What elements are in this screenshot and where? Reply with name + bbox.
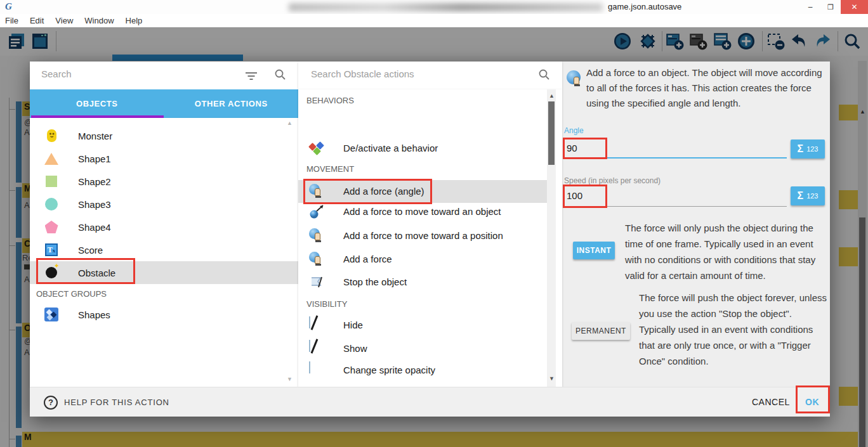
window-title: game.json.autosave — [608, 2, 681, 11]
action-search-input[interactable] — [310, 68, 522, 80]
action-scrollbar-thumb[interactable] — [548, 101, 555, 165]
scroll-down-icon[interactable]: ▼ — [549, 376, 555, 382]
angle-label: Angle — [564, 126, 584, 135]
blurred-title-path — [289, 3, 603, 11]
instant-description: The force will only push the object duri… — [625, 220, 827, 283]
sigma-icon: Σ — [798, 190, 804, 202]
title-bar: G game.json.autosave – ❐ ✕ — [0, 0, 868, 14]
object-row-shape2[interactable]: Shape2 — [30, 170, 298, 193]
section-movement: MOVEMENT — [306, 164, 354, 174]
help-link[interactable]: HELP FOR THIS ACTION — [64, 398, 169, 407]
restore-button[interactable]: ❐ — [821, 0, 840, 14]
scroll-up-icon[interactable]: ▲ — [549, 93, 555, 99]
action-row-add-force[interactable]: Add a force — [298, 248, 547, 271]
triangle-icon — [43, 150, 60, 167]
object-tabs: OBJECTS OTHER ACTIONS — [30, 89, 298, 118]
menu-view[interactable]: View — [55, 16, 73, 25]
numbers-icon: 123 — [806, 145, 818, 153]
object-group-icon — [43, 306, 60, 323]
group-row-shapes[interactable]: Shapes — [30, 303, 298, 326]
numbers-icon: 123 — [806, 192, 818, 200]
action-search-bar — [298, 62, 562, 89]
highlight-speed-field — [563, 185, 607, 208]
minimize-button[interactable]: – — [801, 0, 820, 14]
object-row-shape1[interactable]: Shape1 — [30, 147, 298, 170]
highlight-obstacle — [36, 258, 135, 284]
filter-icon[interactable] — [246, 72, 257, 80]
highlight-add-force-angle — [303, 179, 432, 204]
add-force-icon — [309, 228, 326, 244]
object-groups-header: OBJECT GROUPS — [36, 289, 107, 299]
object-search-bar — [30, 62, 299, 89]
circle-icon — [43, 196, 60, 212]
object-row-shape4[interactable]: Shape4 — [30, 216, 298, 238]
cancel-button[interactable]: CANCEL — [752, 397, 790, 407]
tab-other-actions[interactable]: OTHER ACTIONS — [164, 89, 299, 118]
show-icon — [309, 340, 326, 357]
add-force-icon-large — [567, 70, 586, 89]
pentagon-icon — [43, 219, 60, 235]
action-row-hide[interactable]: Hide — [298, 314, 547, 337]
object-search-input[interactable] — [40, 68, 220, 80]
speed-expression-button[interactable]: Σ 123 — [791, 186, 825, 205]
square-icon — [43, 173, 60, 190]
sigma-icon: Σ — [798, 143, 804, 155]
add-force-icon — [309, 251, 326, 268]
menu-edit[interactable]: Edit — [30, 16, 44, 25]
close-button[interactable]: ✕ — [841, 0, 868, 14]
opacity-icon — [309, 362, 326, 379]
highlight-angle-field — [563, 138, 607, 159]
text-object-icon: Tx — [43, 242, 60, 258]
hide-icon — [309, 317, 326, 334]
action-description: Add a force to an object. The object wil… — [586, 65, 828, 111]
object-row-monster[interactable]: Monster — [30, 124, 298, 147]
object-row-shape3[interactable]: Shape3 — [30, 193, 298, 216]
tab-objects[interactable]: OBJECTS — [30, 89, 164, 118]
permanent-button[interactable]: PERMANENT — [572, 322, 630, 340]
section-visibility: VISIBILITY — [306, 299, 347, 309]
permanent-description: The force will push the object forever, … — [639, 290, 827, 369]
action-list: BEHAVIORS De/activate a behavior MOVEMEN… — [298, 89, 562, 387]
menu-bar: File Edit View Window Help — [0, 14, 868, 27]
monster-icon — [43, 127, 60, 144]
help-icon[interactable]: ? — [44, 396, 58, 410]
stop-object-icon — [309, 274, 326, 290]
action-row-deactivate-behavior[interactable]: De/activate a behavior — [298, 137, 547, 160]
search-icon[interactable] — [274, 68, 287, 81]
scroll-down-icon[interactable]: ▼ — [287, 377, 293, 382]
menu-file[interactable]: File — [5, 16, 18, 25]
action-row-stop-object[interactable]: Stop the object — [298, 271, 547, 294]
speed-label: Speed (in pixels per second) — [564, 176, 661, 185]
object-list: ▲ ▼ Monster Shape1 Shape2 Shape3 Shape4 … — [30, 118, 298, 387]
force-toward-object-icon — [309, 204, 326, 220]
menu-help[interactable]: Help — [126, 16, 143, 25]
menu-window[interactable]: Window — [84, 16, 114, 25]
behavior-icon — [309, 140, 326, 157]
action-row-change-opacity[interactable]: Change sprite opacity — [298, 359, 547, 382]
angle-expression-button[interactable]: Σ 123 — [791, 139, 825, 159]
action-row-force-toward-position[interactable]: Add a force to move toward a position — [298, 224, 547, 247]
action-row-show[interactable]: Show — [298, 337, 547, 360]
highlight-ok-button — [796, 385, 830, 413]
section-behaviors: BEHAVIORS — [306, 96, 354, 105]
gdevelop-logo-icon: G — [5, 1, 12, 12]
instant-button[interactable]: INSTANT — [573, 242, 615, 259]
action-editor-dialog: OBJECTS OTHER ACTIONS ▲ ▼ Monster Shape1… — [30, 62, 830, 417]
search-icon[interactable] — [538, 68, 551, 81]
